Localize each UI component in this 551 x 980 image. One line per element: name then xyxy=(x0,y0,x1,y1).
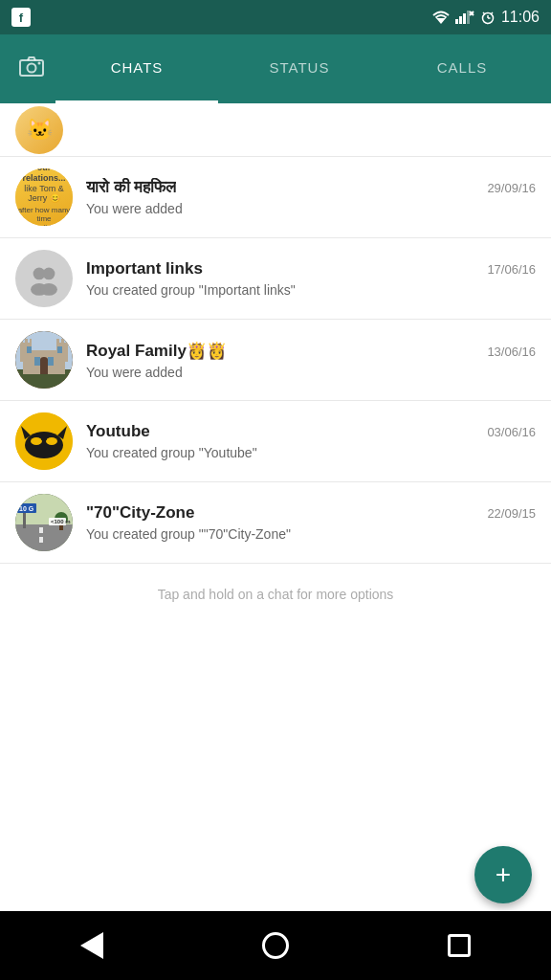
chat-date-royal-family: 13/06/16 xyxy=(487,345,536,359)
footer-hint: Tap and hold on a chat for more options xyxy=(0,564,551,625)
camera-icon xyxy=(19,56,44,77)
svg-rect-28 xyxy=(30,339,32,344)
svg-rect-50 xyxy=(39,537,43,543)
svg-point-37 xyxy=(40,357,48,363)
svg-line-10 xyxy=(483,12,485,14)
avatar-royal-family xyxy=(15,331,73,389)
svg-marker-0 xyxy=(436,18,446,24)
status-time: 11:06 xyxy=(501,9,540,26)
svg-rect-49 xyxy=(39,527,43,533)
chat-header-yaro: यारो की महफिल 29/09/16 xyxy=(86,178,536,197)
chat-date-yaro: 29/09/16 xyxy=(487,181,536,195)
bottom-navigation-bar xyxy=(0,911,551,980)
chat-preview-yaro: You were added xyxy=(86,201,536,216)
chat-date-important-links: 17/06/16 xyxy=(487,262,536,277)
avatar-yaro: our relations... like Tom & Jerry 😊 afte… xyxy=(15,168,73,226)
mask-icon xyxy=(15,412,73,470)
avatar-youtube xyxy=(15,412,73,470)
tab-chats[interactable]: CHATS xyxy=(55,34,218,103)
chat-content-yaro: यारो की महफिल 29/09/16 You were added xyxy=(86,178,536,216)
svg-point-16 xyxy=(43,268,55,280)
facebook-icon: f xyxy=(11,8,31,27)
svg-point-13 xyxy=(28,64,36,73)
list-item[interactable]: our relations... like Tom & Jerry 😊 afte… xyxy=(0,157,551,238)
chat-header-royal-family: Royal Family👸👸 13/06/16 xyxy=(86,341,536,361)
status-icons: 11:06 xyxy=(432,9,540,26)
svg-rect-34 xyxy=(34,357,40,366)
svg-rect-1 xyxy=(455,19,458,24)
svg-rect-48 xyxy=(15,524,73,551)
chat-date-city-zone: 22/09/15 xyxy=(487,506,536,521)
chat-header-important-links: Important links 17/06/16 xyxy=(86,259,536,278)
chat-preview-youtube: You created group "Youtube" xyxy=(86,445,536,460)
royal-building-icon xyxy=(15,331,73,389)
svg-point-14 xyxy=(38,62,41,65)
tab-calls[interactable]: CALLS xyxy=(381,34,543,103)
svg-rect-33 xyxy=(57,346,62,353)
group-icon xyxy=(26,260,62,297)
new-chat-fab[interactable]: + xyxy=(474,846,532,903)
back-icon xyxy=(80,932,103,959)
tab-status[interactable]: STATUS xyxy=(218,34,381,103)
chat-date-youtube: 03/06/16 xyxy=(487,425,536,439)
list-item-partial[interactable]: 🐱 xyxy=(0,103,551,157)
svg-point-39 xyxy=(25,432,63,458)
recents-button[interactable] xyxy=(435,922,483,969)
back-button[interactable] xyxy=(68,922,116,969)
chat-content-youtube: Youtube 03/06/16 You created group "Yout… xyxy=(86,422,536,460)
svg-point-42 xyxy=(31,437,42,445)
chat-preview-city-zone: You created group ""70"City-Zone" xyxy=(86,526,536,542)
avatar-important-links xyxy=(15,250,73,307)
list-item[interactable]: Royal Family👸👸 13/06/16 You were added xyxy=(0,320,551,401)
home-button[interactable] xyxy=(252,922,299,969)
avatar-city-zone: 10 G <100 m xyxy=(15,494,73,551)
camera-button[interactable] xyxy=(8,48,55,90)
wifi-icon xyxy=(432,11,450,24)
chat-preview-important-links: You created group "Important links" xyxy=(86,282,536,298)
chat-name-city-zone: "70"City-Zone xyxy=(86,503,194,523)
svg-rect-27 xyxy=(25,339,28,344)
chat-name-royal-family: Royal Family👸👸 xyxy=(86,341,227,361)
svg-rect-4 xyxy=(467,11,470,24)
svg-rect-29 xyxy=(56,339,59,344)
alarm-icon xyxy=(480,10,496,25)
chat-name-important-links: Important links xyxy=(86,259,203,278)
svg-rect-44 xyxy=(41,437,47,440)
svg-rect-2 xyxy=(459,16,462,24)
svg-line-11 xyxy=(491,12,493,14)
avatar-partial: 🐱 xyxy=(15,106,63,154)
svg-rect-32 xyxy=(27,346,32,353)
chat-content-royal-family: Royal Family👸👸 13/06/16 You were added xyxy=(86,341,536,380)
chat-header-youtube: Youtube 03/06/16 xyxy=(86,422,536,441)
svg-text:<100 m: <100 m xyxy=(51,519,71,524)
svg-rect-31 xyxy=(66,339,68,344)
top-nav-bar: CHATS STATUS CALLS xyxy=(0,34,551,103)
svg-rect-35 xyxy=(48,357,54,366)
signal-x-icon xyxy=(455,11,474,24)
svg-rect-30 xyxy=(61,339,64,344)
status-bar: f 11:06 xyxy=(0,0,551,34)
chat-name-yaro: यारो की महफिल xyxy=(86,178,176,197)
chat-name-youtube: Youtube xyxy=(86,422,150,441)
list-item[interactable]: Youtube 03/06/16 You created group "Yout… xyxy=(0,401,551,482)
svg-rect-26 xyxy=(20,339,23,344)
svg-point-18 xyxy=(40,283,57,296)
chat-content-city-zone: "70"City-Zone 22/09/15 You created group… xyxy=(86,503,536,542)
chat-content-important-links: Important links 17/06/16 You created gro… xyxy=(86,259,536,298)
recents-icon xyxy=(448,934,471,957)
chat-list: 🐱 our relations... like Tom & Jerry 😊 af… xyxy=(0,103,551,911)
svg-rect-3 xyxy=(463,13,466,24)
list-item[interactable]: Important links 17/06/16 You created gro… xyxy=(0,238,551,320)
chat-preview-royal-family: You were added xyxy=(86,365,536,380)
svg-point-43 xyxy=(46,437,57,445)
list-item[interactable]: 10 G <100 m "70"City-Zone 22/09/15 You c… xyxy=(0,482,551,564)
nav-tabs: CHATS STATUS CALLS xyxy=(55,34,543,103)
home-icon xyxy=(262,932,289,959)
svg-text:10 G: 10 G xyxy=(19,505,34,512)
city-road-icon: 10 G <100 m xyxy=(15,494,73,551)
chat-header-city-zone: "70"City-Zone 22/09/15 xyxy=(86,503,536,523)
